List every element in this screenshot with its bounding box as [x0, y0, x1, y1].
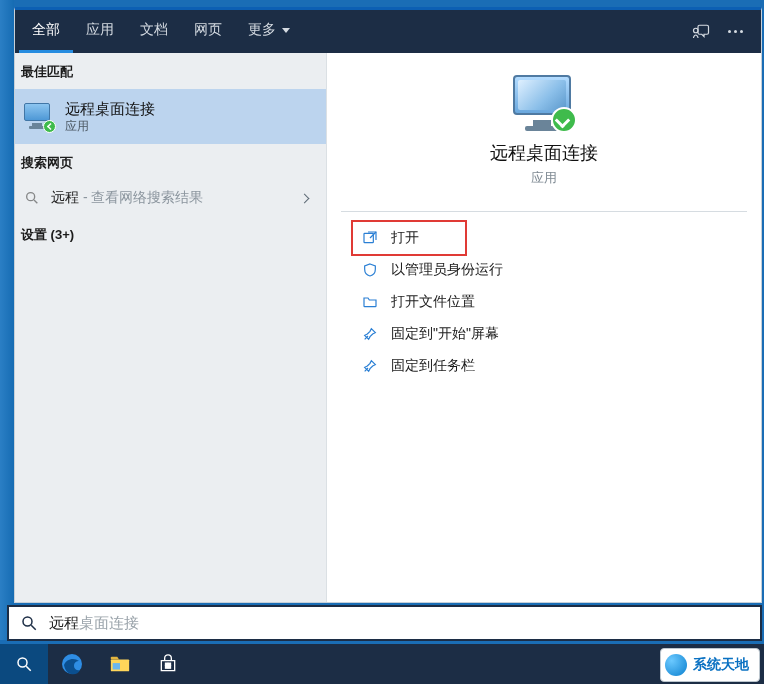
svg-line-2: [34, 200, 37, 203]
results-left-column: 最佳匹配 远程桌面连接 应用 搜索网页: [15, 53, 327, 602]
tab-more[interactable]: 更多: [235, 10, 303, 53]
search-filter-tab-bar: 全部 应用 文档 网页 更多: [15, 10, 761, 53]
search-icon: [9, 614, 49, 632]
taskbar: [0, 644, 764, 684]
tab-bar-right-group: [692, 10, 757, 53]
taskbar-search-button[interactable]: [0, 644, 48, 684]
tab-docs[interactable]: 文档: [127, 10, 181, 53]
action-pin-to-start[interactable]: 固定到"开始"屏幕: [353, 318, 735, 350]
tab-more-label: 更多: [248, 21, 276, 39]
svg-line-7: [31, 625, 36, 630]
svg-rect-15: [166, 666, 168, 668]
svg-point-6: [23, 617, 32, 626]
section-head-search-web: 搜索网页: [15, 144, 326, 180]
taskbar-search-box[interactable]: 桌面连接: [7, 605, 762, 641]
taskbar-explorer-button[interactable]: [96, 644, 144, 684]
desktop-background-edge: [0, 0, 14, 640]
remote-desktop-large-icon: [511, 73, 577, 133]
svg-point-8: [18, 658, 27, 667]
best-match-text: 远程桌面连接 应用: [65, 99, 155, 134]
folder-icon: [361, 293, 379, 311]
tab-apps[interactable]: 应用: [73, 10, 127, 53]
action-open[interactable]: 打开: [353, 222, 465, 254]
svg-line-9: [26, 666, 31, 671]
watermark-label: 系统天地: [693, 656, 749, 674]
best-match-subtitle: 应用: [65, 119, 155, 135]
action-pin-to-taskbar-label: 固定到任务栏: [391, 357, 475, 375]
web-search-item[interactable]: 远程 - 查看网络搜索结果: [15, 180, 326, 216]
preview-subtitle: 应用: [341, 169, 747, 187]
svg-point-1: [27, 193, 35, 201]
best-match-item[interactable]: 远程桌面连接 应用: [15, 89, 326, 144]
action-run-as-admin-label: 以管理员身份运行: [391, 261, 503, 279]
chevron-right-icon: [300, 193, 310, 203]
action-open-file-location[interactable]: 打开文件位置: [353, 286, 735, 318]
taskbar-store-button[interactable]: [144, 644, 192, 684]
remote-desktop-icon: [23, 101, 55, 133]
section-head-best-match: 最佳匹配: [15, 53, 326, 89]
start-search-panel: 全部 应用 文档 网页 更多 最佳匹配: [14, 7, 762, 603]
web-search-label: 远程 - 查看网络搜索结果: [51, 189, 203, 207]
pin-taskbar-icon: [361, 357, 379, 375]
tab-web[interactable]: 网页: [181, 10, 235, 53]
search-results-body: 最佳匹配 远程桌面连接 应用 搜索网页: [15, 53, 761, 602]
shield-icon: [361, 261, 379, 279]
svg-point-0: [694, 28, 699, 33]
preview-card: 远程桌面连接 应用: [341, 63, 747, 212]
section-head-settings[interactable]: 设置 (3+): [15, 216, 326, 252]
open-icon: [361, 229, 379, 247]
action-open-label: 打开: [391, 229, 419, 247]
results-right-column: 远程桌面连接 应用 打开: [327, 53, 761, 602]
svg-rect-12: [113, 663, 120, 669]
feedback-icon[interactable]: [692, 23, 710, 41]
globe-icon: [665, 654, 687, 676]
svg-rect-13: [166, 663, 168, 665]
svg-rect-16: [168, 666, 170, 668]
more-options-icon[interactable]: [728, 30, 743, 33]
web-search-suffix: - 查看网络搜索结果: [79, 189, 203, 205]
action-run-as-admin[interactable]: 以管理员身份运行: [353, 254, 735, 286]
search-icon: [23, 189, 41, 207]
svg-rect-3: [364, 233, 373, 242]
pin-start-icon: [361, 325, 379, 343]
preview-title: 远程桌面连接: [341, 141, 747, 165]
svg-rect-14: [168, 663, 170, 665]
action-pin-to-taskbar[interactable]: 固定到任务栏: [353, 350, 735, 382]
best-match-title: 远程桌面连接: [65, 99, 155, 119]
search-input[interactable]: [49, 615, 760, 632]
watermark-badge: 系统天地: [660, 648, 760, 682]
preview-action-list: 打开 以管理员身份运行 打开文件位置: [337, 222, 751, 382]
action-pin-to-start-label: 固定到"开始"屏幕: [391, 325, 499, 343]
web-search-query: 远程: [51, 189, 79, 205]
action-open-file-location-label: 打开文件位置: [391, 293, 475, 311]
chevron-down-icon: [282, 28, 290, 33]
tab-all[interactable]: 全部: [19, 10, 73, 53]
taskbar-edge-button[interactable]: [48, 644, 96, 684]
